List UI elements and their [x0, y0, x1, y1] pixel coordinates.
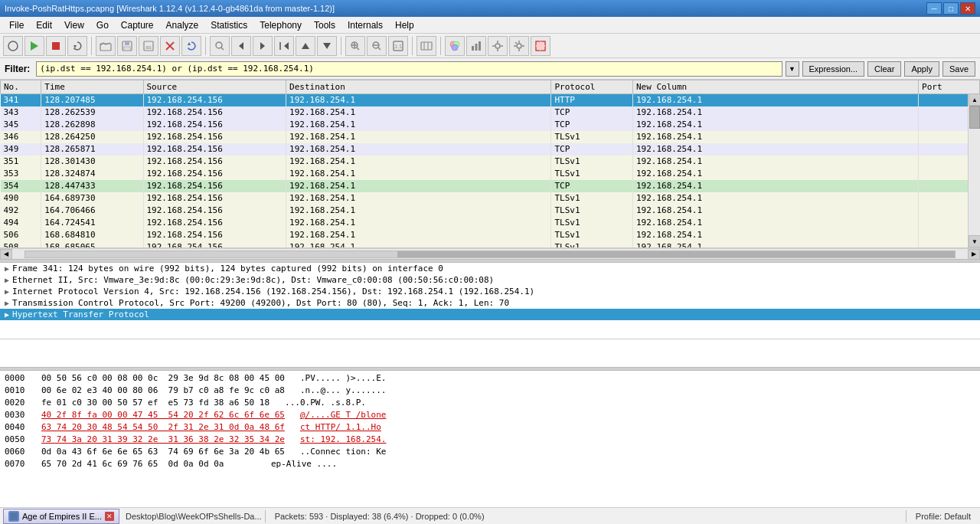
hscroll-right[interactable]: ▶ [968, 249, 980, 260]
normal-zoom-button[interactable]: 1:1 [388, 36, 408, 56]
detail-row[interactable]: ▶Ethernet II, Src: Vmware_3e:9d:8c (00:0… [0, 274, 980, 286]
hscroll-left[interactable]: ◀ [0, 249, 12, 260]
expand-icon: ▶ [5, 310, 9, 319]
cell-src: 192.168.254.156 [143, 94, 286, 106]
detail-row[interactable]: ▶Frame 341: 124 bytes on wire (992 bits)… [0, 263, 980, 274]
restart-capture-button[interactable] [67, 36, 87, 56]
detail-row[interactable]: ▶Transmission Control Protocol, Src Port… [0, 297, 980, 309]
filter-dropdown[interactable]: ▼ [786, 61, 799, 77]
hex-row: 005073 74 3a 20 31 39 32 2e 31 36 38 2e … [5, 434, 975, 446]
cell-time: 128.264250 [41, 131, 143, 143]
vscroll-thumb[interactable] [969, 106, 980, 129]
svg-rect-2 [52, 42, 60, 50]
menu-statistics[interactable]: Statistics [204, 18, 253, 32]
menu-view[interactable]: View [58, 18, 90, 32]
capture-stop-button[interactable] [531, 36, 550, 56]
vscroll-down[interactable]: ▼ [969, 235, 980, 247]
detail-row[interactable]: ▶Hypertext Transfer Protocol [0, 309, 980, 320]
col-header-time[interactable]: Time [41, 80, 143, 94]
stats-button[interactable] [466, 36, 486, 56]
status-profile: Profile: Default [910, 512, 977, 521]
next-button[interactable] [253, 36, 273, 56]
menu-help[interactable]: Help [389, 18, 420, 32]
menu-go[interactable]: Go [90, 18, 115, 32]
apply-button[interactable]: Apply [904, 61, 939, 77]
expression-button[interactable]: Expression... [802, 61, 865, 77]
svg-point-39 [495, 44, 500, 48]
table-row[interactable]: 353128.324874192.168.254.156192.168.254.… [1, 168, 980, 180]
colorize-button[interactable] [445, 36, 465, 56]
detail-text: Internet Protocol Version 4, Src: 192.16… [12, 287, 534, 296]
col-header-protocol[interactable]: Protocol [551, 80, 633, 94]
packet-vscroll[interactable]: ▲ ▼ [968, 93, 980, 247]
reload-button[interactable] [181, 36, 201, 56]
taskbar-close-button[interactable]: ✕ [105, 512, 114, 521]
go-up-button[interactable] [296, 36, 315, 56]
menu-internals[interactable]: Internals [341, 18, 389, 32]
zoom-in-button[interactable] [345, 36, 365, 56]
cell-proto: TLSv1 [551, 229, 633, 241]
col-header-destination[interactable]: Destination [286, 80, 551, 94]
save-filter-button[interactable]: Save [942, 61, 975, 77]
taskbar-item[interactable]: Age of Empires II E... ✕ [3, 509, 119, 524]
table-row[interactable]: 494164.724541192.168.254.156192.168.254.… [1, 217, 980, 229]
detail-row[interactable]: ▶Internet Protocol Version 4, Src: 192.1… [0, 286, 980, 297]
hex-bytes: 40 2f 8f fa 00 00 47 45 54 20 2f 62 6c 6… [41, 409, 285, 421]
packet-hscroll[interactable]: ◀ ▶ [0, 248, 980, 259]
close-button[interactable]: ✕ [960, 2, 975, 15]
expand-icon: ▶ [5, 276, 9, 284]
save-file-button[interactable] [117, 36, 137, 56]
filter-input[interactable] [36, 61, 782, 77]
settings-button[interactable] [509, 36, 529, 56]
menu-capture[interactable]: Capture [115, 18, 160, 32]
table-row[interactable]: 351128.301430192.168.254.156192.168.254.… [1, 156, 980, 168]
svg-marker-51 [536, 41, 545, 51]
prefs-button[interactable] [488, 36, 508, 56]
col-header-source[interactable]: Source [143, 80, 286, 94]
start-capture-button[interactable] [24, 36, 44, 56]
menu-tools[interactable]: Tools [308, 18, 341, 32]
menu-edit[interactable]: Edit [30, 18, 58, 32]
table-row[interactable]: 492164.706466192.168.254.156192.168.254.… [1, 205, 980, 217]
table-row[interactable]: 349128.265871192.168.254.156192.168.254.… [1, 143, 980, 156]
table-row[interactable]: 345128.262898192.168.254.156192.168.254.… [1, 119, 980, 131]
clear-button[interactable]: Clear [867, 61, 901, 77]
cell-dst: 192.168.254.1 [286, 229, 551, 241]
close-file-button[interactable] [160, 36, 180, 56]
table-row[interactable]: 354128.447433192.168.254.156192.168.254.… [1, 180, 980, 192]
new-capture-button[interactable] [3, 36, 23, 56]
maximize-button[interactable]: □ [943, 2, 959, 15]
vscroll-up[interactable]: ▲ [969, 93, 980, 106]
hex-offset: 0060 [5, 446, 35, 458]
menu-telephony[interactable]: Telephony [253, 18, 308, 32]
open-file-button[interactable] [96, 36, 116, 56]
go-down-button[interactable] [317, 36, 337, 56]
prev-button[interactable] [231, 36, 251, 56]
table-row[interactable]: 508168.685065192.168.254.156192.168.254.… [1, 241, 980, 249]
minimize-button[interactable]: ─ [926, 2, 942, 15]
hscroll-thumb[interactable] [397, 251, 955, 257]
col-header-port[interactable]: Port [919, 80, 980, 94]
find-button[interactable] [210, 36, 230, 56]
col-header-no[interactable]: No. [1, 80, 41, 94]
menu-file[interactable]: File [3, 18, 30, 32]
resize-columns-button[interactable] [416, 36, 436, 56]
menu-analyze[interactable]: Analyze [160, 18, 205, 32]
table-row[interactable]: 506168.684810192.168.254.156192.168.254.… [1, 229, 980, 241]
table-row[interactable]: 346128.264250192.168.254.156192.168.254.… [1, 131, 980, 143]
save-as-button[interactable]: as [139, 36, 158, 56]
table-row[interactable]: 341128.207485192.168.254.156192.168.254.… [1, 94, 980, 106]
cell-time: 128.262898 [41, 119, 143, 131]
cell-dst: 192.168.254.1 [286, 131, 551, 143]
first-button[interactable] [274, 36, 294, 56]
table-row[interactable]: 490164.689730192.168.254.156192.168.254.… [1, 192, 980, 205]
col-header-newcol[interactable]: New Column [632, 80, 918, 94]
svg-point-13 [216, 42, 222, 48]
hex-offset: 0020 [5, 397, 35, 409]
stop-capture-button[interactable] [46, 36, 66, 56]
cell-proto: TCP [551, 119, 633, 131]
svg-text:1:1: 1:1 [394, 44, 402, 49]
zoom-out-button[interactable] [367, 36, 387, 56]
svg-rect-6 [125, 41, 129, 45]
table-row[interactable]: 343128.262539192.168.254.156192.168.254.… [1, 106, 980, 119]
